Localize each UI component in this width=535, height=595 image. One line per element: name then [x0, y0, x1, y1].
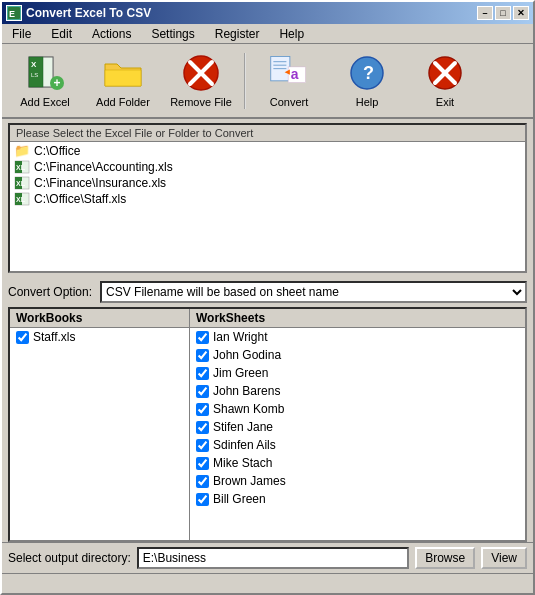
worksheet-check-1[interactable]: [196, 331, 209, 344]
worksheets-header: WorkSheets: [190, 309, 525, 328]
workbooks-panel: WorkBooks Staff.xls: [10, 309, 190, 540]
main-window: E Convert Excel To CSV – □ ✕ File Edit A…: [0, 0, 535, 595]
workbook-item-1[interactable]: Staff.xls: [10, 328, 189, 346]
file-item-1[interactable]: 📁 C:\Office: [10, 142, 525, 159]
add-excel-label: Add Excel: [20, 96, 70, 108]
workbooks-header: WorkBooks: [10, 309, 189, 328]
remove-file-icon: [181, 54, 221, 92]
title-bar: E Convert Excel To CSV – □ ✕: [2, 2, 533, 24]
bottom-panels: WorkBooks Staff.xls WorkSheets Ian Wrigh…: [8, 307, 527, 542]
svg-text:a: a: [291, 66, 299, 82]
worksheet-check-8[interactable]: [196, 457, 209, 470]
worksheet-name-6: Stifen Jane: [213, 420, 273, 434]
add-excel-button[interactable]: X LS + Add Excel: [10, 49, 80, 113]
worksheet-check-5[interactable]: [196, 403, 209, 416]
worksheets-panel: WorkSheets Ian Wright John Godina Jim Gr…: [190, 309, 525, 540]
svg-text:XL: XL: [16, 196, 26, 203]
file-path-4: C:\Office\Staff.xls: [34, 192, 126, 206]
output-row: Select output directory: Browse View: [2, 542, 533, 573]
file-path-1: C:\Office: [34, 144, 80, 158]
workbook-name-1: Staff.xls: [33, 330, 75, 344]
worksheet-item-6[interactable]: Stifen Jane: [190, 418, 525, 436]
file-list: Please Select the Excel File or Folder t…: [8, 123, 527, 273]
worksheet-name-5: Shawn Komb: [213, 402, 284, 416]
exit-label: Exit: [436, 96, 454, 108]
worksheet-name-4: John Barens: [213, 384, 280, 398]
worksheet-name-10: Bill Green: [213, 492, 266, 506]
menu-file[interactable]: File: [6, 25, 37, 43]
svg-text:+: +: [54, 76, 61, 90]
title-buttons: – □ ✕: [477, 6, 529, 20]
worksheet-check-3[interactable]: [196, 367, 209, 380]
svg-text:XL: XL: [16, 164, 26, 171]
file-list-header: Please Select the Excel File or Folder t…: [10, 125, 525, 142]
svg-text:E: E: [9, 9, 15, 19]
menu-help[interactable]: Help: [273, 25, 310, 43]
close-button[interactable]: ✕: [513, 6, 529, 20]
add-folder-label: Add Folder: [96, 96, 150, 108]
window-icon: E: [6, 5, 22, 21]
add-folder-icon: [103, 54, 143, 92]
worksheet-check-10[interactable]: [196, 493, 209, 506]
status-bar: [2, 573, 533, 593]
convert-icon: a: [269, 54, 309, 92]
view-button[interactable]: View: [481, 547, 527, 569]
browse-button[interactable]: Browse: [415, 547, 475, 569]
worksheet-item-10[interactable]: Bill Green: [190, 490, 525, 508]
worksheet-item-2[interactable]: John Godina: [190, 346, 525, 364]
folder-icon: 📁: [14, 143, 30, 158]
help-icon: ?: [347, 54, 387, 92]
worksheet-check-2[interactable]: [196, 349, 209, 362]
worksheet-check-6[interactable]: [196, 421, 209, 434]
file-item-3[interactable]: XL C:\Finance\Insurance.xls: [10, 175, 525, 191]
title-bar-left: E Convert Excel To CSV: [6, 5, 151, 21]
help-label: Help: [356, 96, 379, 108]
file-path-2: C:\Finance\Accounting.xls: [34, 160, 173, 174]
worksheet-item-9[interactable]: Brown James: [190, 472, 525, 490]
menu-settings[interactable]: Settings: [145, 25, 200, 43]
convert-button[interactable]: a Convert: [254, 49, 324, 113]
worksheet-item-4[interactable]: John Barens: [190, 382, 525, 400]
minimize-button[interactable]: –: [477, 6, 493, 20]
xls-icon-3: XL: [14, 176, 30, 190]
convert-option-select[interactable]: CSV Filename will be based on sheet name…: [100, 281, 527, 303]
worksheet-item-1[interactable]: Ian Wright: [190, 328, 525, 346]
file-item-2[interactable]: XL C:\Finance\Accounting.xls: [10, 159, 525, 175]
menu-edit[interactable]: Edit: [45, 25, 78, 43]
menu-register[interactable]: Register: [209, 25, 266, 43]
worksheet-item-5[interactable]: Shawn Komb: [190, 400, 525, 418]
worksheet-check-4[interactable]: [196, 385, 209, 398]
add-folder-button[interactable]: Add Folder: [88, 49, 158, 113]
toolbar: X LS + Add Excel Add Folder: [2, 44, 533, 119]
xls-icon-2: XL: [14, 160, 30, 174]
svg-text:X: X: [31, 60, 37, 69]
toolbar-separator: [244, 53, 246, 109]
worksheet-name-2: John Godina: [213, 348, 281, 362]
worksheet-name-8: Mike Stach: [213, 456, 272, 470]
worksheet-check-7[interactable]: [196, 439, 209, 452]
file-item-4[interactable]: XL C:\Office\Staff.xls: [10, 191, 525, 207]
menu-actions[interactable]: Actions: [86, 25, 137, 43]
remove-file-button[interactable]: Remove File: [166, 49, 236, 113]
exit-icon: [425, 54, 465, 92]
worksheet-name-9: Brown James: [213, 474, 286, 488]
worksheet-item-3[interactable]: Jim Green: [190, 364, 525, 382]
help-button[interactable]: ? Help: [332, 49, 402, 113]
worksheet-item-7[interactable]: Sdinfen Ails: [190, 436, 525, 454]
maximize-button[interactable]: □: [495, 6, 511, 20]
convert-option-row: Convert Option: CSV Filename will be bas…: [2, 277, 533, 307]
worksheet-name-1: Ian Wright: [213, 330, 267, 344]
output-directory-input[interactable]: [137, 547, 409, 569]
worksheet-item-8[interactable]: Mike Stach: [190, 454, 525, 472]
workbook-checkbox-1[interactable]: [16, 331, 29, 344]
worksheet-check-9[interactable]: [196, 475, 209, 488]
exit-button[interactable]: Exit: [410, 49, 480, 113]
svg-text:?: ?: [363, 63, 374, 83]
remove-file-label: Remove File: [170, 96, 232, 108]
xls-icon-4: XL: [14, 192, 30, 206]
convert-option-label: Convert Option:: [8, 285, 92, 299]
window-title: Convert Excel To CSV: [26, 6, 151, 20]
worksheet-name-7: Sdinfen Ails: [213, 438, 276, 452]
file-path-3: C:\Finance\Insurance.xls: [34, 176, 166, 190]
svg-text:XL: XL: [16, 180, 26, 187]
